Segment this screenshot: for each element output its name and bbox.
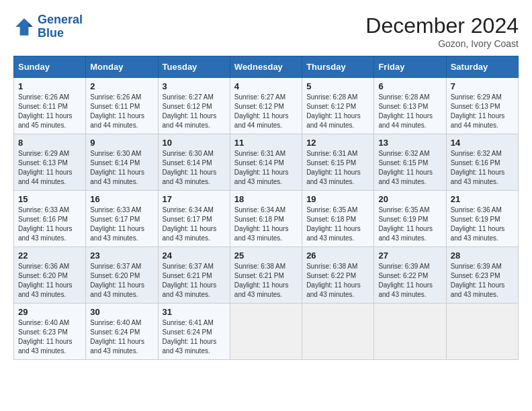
day-info: Sunrise: 6:39 AM Sunset: 6:22 PM Dayligh… [378, 262, 441, 300]
calendar-day-cell [446, 304, 518, 360]
day-info: Sunrise: 6:37 AM Sunset: 6:20 PM Dayligh… [90, 262, 153, 300]
calendar-day-cell: 16 Sunrise: 6:33 AM Sunset: 6:17 PM Dayl… [86, 191, 158, 247]
calendar-day-cell: 2 Sunrise: 6:26 AM Sunset: 6:11 PM Dayli… [86, 78, 158, 134]
day-of-week-header: Friday [374, 56, 446, 78]
calendar-day-cell: 20 Sunrise: 6:35 AM Sunset: 6:19 PM Dayl… [374, 191, 446, 247]
calendar-day-cell: 7 Sunrise: 6:29 AM Sunset: 6:13 PM Dayli… [446, 78, 518, 134]
day-info: Sunrise: 6:27 AM Sunset: 6:12 PM Dayligh… [163, 93, 226, 130]
calendar-day-cell: 8 Sunrise: 6:29 AM Sunset: 6:13 PM Dayli… [14, 134, 86, 191]
day-number: 21 [451, 194, 514, 204]
calendar-day-cell: 25 Sunrise: 6:38 AM Sunset: 6:21 PM Dayl… [230, 247, 302, 304]
calendar-day-cell: 28 Sunrise: 6:39 AM Sunset: 6:23 PM Dayl… [446, 247, 518, 304]
day-info: Sunrise: 6:34 AM Sunset: 6:18 PM Dayligh… [234, 205, 298, 243]
day-number: 22 [18, 250, 81, 261]
day-number: 31 [163, 307, 226, 317]
day-of-week-header: Thursday [302, 56, 374, 78]
location-subtitle: Gozon, Ivory Coast [365, 38, 519, 49]
day-info: Sunrise: 6:39 AM Sunset: 6:23 PM Dayligh… [451, 262, 514, 300]
day-info: Sunrise: 6:27 AM Sunset: 6:12 PM Dayligh… [234, 93, 298, 130]
calendar-day-cell: 3 Sunrise: 6:27 AM Sunset: 6:12 PM Dayli… [158, 78, 230, 134]
day-info: Sunrise: 6:28 AM Sunset: 6:12 PM Dayligh… [306, 93, 369, 130]
calendar-day-cell [302, 304, 374, 360]
calendar-day-cell: 12 Sunrise: 6:31 AM Sunset: 6:15 PM Dayl… [302, 134, 374, 191]
calendar-day-cell: 27 Sunrise: 6:39 AM Sunset: 6:22 PM Dayl… [374, 247, 446, 304]
month-title: December 2024 [365, 13, 519, 38]
day-number: 10 [163, 138, 226, 148]
day-number: 9 [90, 138, 153, 148]
calendar-day-cell: 9 Sunrise: 6:30 AM Sunset: 6:14 PM Dayli… [86, 134, 158, 191]
day-number: 11 [234, 138, 298, 148]
day-number: 8 [18, 138, 81, 148]
day-info: Sunrise: 6:33 AM Sunset: 6:17 PM Dayligh… [90, 205, 153, 243]
calendar-day-cell: 21 Sunrise: 6:36 AM Sunset: 6:19 PM Dayl… [446, 191, 518, 247]
day-info: Sunrise: 6:28 AM Sunset: 6:13 PM Dayligh… [378, 93, 441, 130]
day-number: 28 [451, 250, 514, 261]
calendar-day-cell: 22 Sunrise: 6:36 AM Sunset: 6:20 PM Dayl… [14, 247, 86, 304]
day-of-week-header: Sunday [14, 56, 86, 78]
day-number: 7 [451, 81, 514, 91]
day-number: 3 [163, 81, 226, 91]
day-number: 15 [18, 194, 81, 204]
day-info: Sunrise: 6:32 AM Sunset: 6:16 PM Dayligh… [451, 149, 514, 187]
calendar-day-cell: 4 Sunrise: 6:27 AM Sunset: 6:12 PM Dayli… [230, 78, 302, 134]
day-info: Sunrise: 6:34 AM Sunset: 6:17 PM Dayligh… [163, 205, 226, 243]
day-of-week-header: Tuesday [158, 56, 230, 78]
day-number: 30 [90, 307, 153, 317]
day-number: 19 [306, 194, 369, 204]
day-number: 5 [306, 81, 369, 91]
calendar-day-cell: 15 Sunrise: 6:33 AM Sunset: 6:16 PM Dayl… [14, 191, 86, 247]
calendar-day-cell: 30 Sunrise: 6:40 AM Sunset: 6:24 PM Dayl… [86, 304, 158, 360]
calendar-day-cell: 26 Sunrise: 6:38 AM Sunset: 6:22 PM Dayl… [302, 247, 374, 304]
day-info: Sunrise: 6:40 AM Sunset: 6:23 PM Dayligh… [18, 318, 81, 356]
day-info: Sunrise: 6:26 AM Sunset: 6:11 PM Dayligh… [90, 93, 153, 130]
day-info: Sunrise: 6:29 AM Sunset: 6:13 PM Dayligh… [451, 93, 514, 130]
calendar-week-row: 1 Sunrise: 6:26 AM Sunset: 6:11 PM Dayli… [14, 78, 519, 134]
day-number: 25 [234, 250, 298, 261]
calendar-week-row: 8 Sunrise: 6:29 AM Sunset: 6:13 PM Dayli… [14, 134, 519, 191]
logo-text: General Blue [38, 13, 83, 40]
calendar-day-cell: 6 Sunrise: 6:28 AM Sunset: 6:13 PM Dayli… [374, 78, 446, 134]
day-info: Sunrise: 6:35 AM Sunset: 6:19 PM Dayligh… [378, 205, 441, 243]
day-number: 17 [163, 194, 226, 204]
day-info: Sunrise: 6:30 AM Sunset: 6:14 PM Dayligh… [90, 149, 153, 187]
calendar-week-row: 15 Sunrise: 6:33 AM Sunset: 6:16 PM Dayl… [14, 191, 519, 247]
day-info: Sunrise: 6:38 AM Sunset: 6:22 PM Dayligh… [306, 262, 369, 300]
calendar-day-cell: 31 Sunrise: 6:41 AM Sunset: 6:24 PM Dayl… [158, 304, 230, 360]
day-info: Sunrise: 6:41 AM Sunset: 6:24 PM Dayligh… [163, 318, 226, 356]
calendar-day-cell: 1 Sunrise: 6:26 AM Sunset: 6:11 PM Dayli… [14, 78, 86, 134]
day-info: Sunrise: 6:30 AM Sunset: 6:14 PM Dayligh… [163, 149, 226, 187]
day-number: 12 [306, 138, 369, 148]
day-number: 20 [378, 194, 441, 204]
day-number: 26 [306, 250, 369, 261]
day-info: Sunrise: 6:38 AM Sunset: 6:21 PM Dayligh… [234, 262, 298, 300]
calendar-day-cell: 18 Sunrise: 6:34 AM Sunset: 6:18 PM Dayl… [230, 191, 302, 247]
day-number: 18 [234, 194, 298, 204]
calendar-day-cell: 29 Sunrise: 6:40 AM Sunset: 6:23 PM Dayl… [14, 304, 86, 360]
day-number: 4 [234, 81, 298, 91]
calendar-day-cell [230, 304, 302, 360]
day-number: 14 [451, 138, 514, 148]
day-number: 23 [90, 250, 153, 261]
day-info: Sunrise: 6:36 AM Sunset: 6:20 PM Dayligh… [18, 262, 81, 300]
calendar-day-cell: 10 Sunrise: 6:30 AM Sunset: 6:14 PM Dayl… [158, 134, 230, 191]
calendar-day-cell: 19 Sunrise: 6:35 AM Sunset: 6:18 PM Dayl… [302, 191, 374, 247]
calendar-week-row: 22 Sunrise: 6:36 AM Sunset: 6:20 PM Dayl… [14, 247, 519, 304]
day-number: 13 [378, 138, 441, 148]
calendar-day-cell: 5 Sunrise: 6:28 AM Sunset: 6:12 PM Dayli… [302, 78, 374, 134]
day-of-week-header: Saturday [446, 56, 518, 78]
calendar-day-cell: 13 Sunrise: 6:32 AM Sunset: 6:15 PM Dayl… [374, 134, 446, 191]
calendar-table: SundayMondayTuesdayWednesdayThursdayFrid… [13, 56, 519, 360]
day-info: Sunrise: 6:29 AM Sunset: 6:13 PM Dayligh… [18, 149, 81, 187]
day-number: 16 [90, 194, 153, 204]
day-info: Sunrise: 6:40 AM Sunset: 6:24 PM Dayligh… [90, 318, 153, 356]
day-number: 6 [378, 81, 441, 91]
day-info: Sunrise: 6:26 AM Sunset: 6:11 PM Dayligh… [18, 93, 81, 130]
day-info: Sunrise: 6:37 AM Sunset: 6:21 PM Dayligh… [163, 262, 226, 300]
calendar-body: 1 Sunrise: 6:26 AM Sunset: 6:11 PM Dayli… [14, 78, 519, 360]
calendar-day-cell: 17 Sunrise: 6:34 AM Sunset: 6:17 PM Dayl… [158, 191, 230, 247]
logo: General Blue [13, 13, 83, 40]
logo-icon [13, 16, 35, 38]
calendar-day-cell: 14 Sunrise: 6:32 AM Sunset: 6:16 PM Dayl… [446, 134, 518, 191]
calendar-day-cell: 11 Sunrise: 6:31 AM Sunset: 6:14 PM Dayl… [230, 134, 302, 191]
day-of-week-header: Wednesday [230, 56, 302, 78]
